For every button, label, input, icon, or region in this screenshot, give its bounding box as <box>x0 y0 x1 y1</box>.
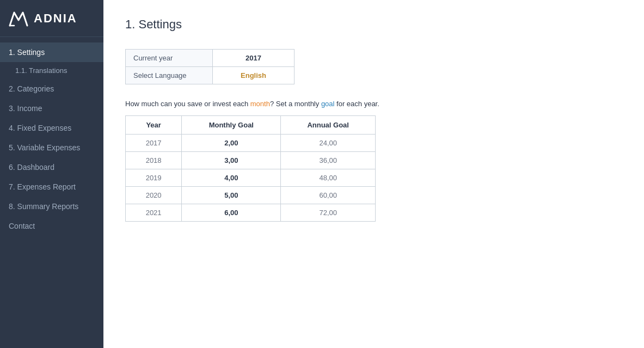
goals-table: Year Monthly Goal Annual Goal 2017 2,00 … <box>125 115 376 222</box>
cell-year: 2017 <box>126 135 182 152</box>
cell-monthly: 5,00 <box>182 187 281 204</box>
current-year-label: Current year <box>126 50 213 67</box>
sidebar-item-translations[interactable]: 1.1. Translations <box>0 62 103 79</box>
sidebar-item-settings[interactable]: 1. Settings <box>0 42 103 62</box>
cell-year: 2019 <box>126 169 182 187</box>
table-row: 2019 4,00 48,00 <box>126 169 376 187</box>
sidebar-item-variable-expenses[interactable]: 5. Variable Expenses <box>0 138 103 157</box>
sidebar-item-dashboard[interactable]: 6. Dashboard <box>0 157 103 177</box>
sidebar-item-income[interactable]: 3. Income <box>0 99 103 118</box>
cell-monthly: 4,00 <box>182 169 281 187</box>
main-content: 1. Settings Current year 2017 Select Lan… <box>103 0 644 348</box>
logo-text: ADNIA <box>34 11 77 26</box>
table-row: Select Language English <box>126 67 295 84</box>
page-title: 1. Settings <box>125 17 622 32</box>
col-annual-goal: Annual Goal <box>281 116 376 135</box>
cell-monthly: 2,00 <box>182 135 281 152</box>
cell-monthly: 6,00 <box>182 204 281 222</box>
sidebar-item-fixed-expenses[interactable]: 4. Fixed Expenses <box>0 118 103 138</box>
cell-annual: 60,00 <box>281 187 376 204</box>
language-value: English <box>213 67 295 84</box>
sidebar: ADNIA 1. Settings 1.1. Translations 2. C… <box>0 0 103 348</box>
cell-year: 2020 <box>126 187 182 204</box>
table-row: 2017 2,00 24,00 <box>126 135 376 152</box>
cell-annual: 36,00 <box>281 152 376 169</box>
col-monthly-goal: Monthly Goal <box>182 116 281 135</box>
settings-table: Current year 2017 Select Language Englis… <box>125 49 295 84</box>
cell-year: 2018 <box>126 152 182 169</box>
current-year-value: 2017 <box>213 50 295 67</box>
cell-year: 2021 <box>126 204 182 222</box>
logo-area: ADNIA <box>0 0 103 37</box>
cell-annual: 72,00 <box>281 204 376 222</box>
table-row: 2021 6,00 72,00 <box>126 204 376 222</box>
language-label: Select Language <box>126 67 213 84</box>
table-row: Current year 2017 <box>126 50 295 67</box>
logo-icon <box>9 10 28 27</box>
table-row: 2020 5,00 60,00 <box>126 187 376 204</box>
sidebar-item-summary-reports[interactable]: 8. Summary Reports <box>0 197 103 216</box>
cell-annual: 48,00 <box>281 169 376 187</box>
table-header-row: Year Monthly Goal Annual Goal <box>126 116 376 135</box>
goal-question: How much can you save or invest each mon… <box>125 100 622 108</box>
col-year: Year <box>126 116 182 135</box>
sidebar-item-expenses-report[interactable]: 7. Expenses Report <box>0 177 103 197</box>
cell-monthly: 3,00 <box>182 152 281 169</box>
sidebar-item-contact[interactable]: Contact <box>0 216 103 236</box>
cell-annual: 24,00 <box>281 135 376 152</box>
sidebar-item-categories[interactable]: 2. Categories <box>0 79 103 99</box>
table-row: 2018 3,00 36,00 <box>126 152 376 169</box>
